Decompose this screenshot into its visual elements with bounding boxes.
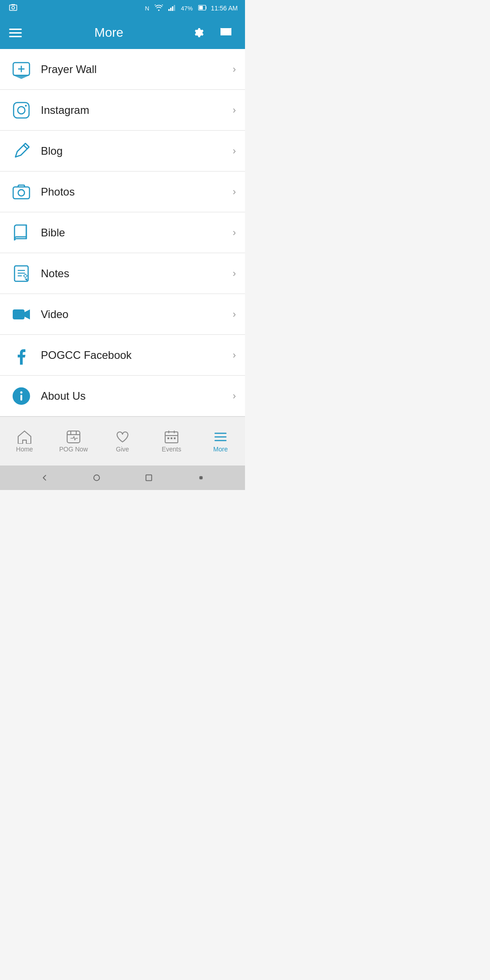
chevron-icon: › — [233, 186, 236, 198]
nav-home-label: Home — [16, 446, 33, 453]
svg-rect-0 — [10, 5, 17, 10]
nav-item-give[interactable]: Give — [98, 417, 147, 466]
svg-point-13 — [18, 107, 25, 114]
nav-give-label: Give — [116, 446, 129, 453]
svg-rect-6 — [174, 5, 175, 11]
menu-item-video[interactable]: Video › — [0, 294, 245, 335]
book-icon — [9, 220, 34, 245]
nfc-icon: N — [145, 5, 149, 12]
nav-events-label: Events — [162, 446, 181, 453]
nav-more-label: More — [213, 446, 228, 453]
battery-percent: 47% — [181, 5, 193, 12]
bottom-nav: Home POG Now Give Events — [0, 416, 245, 466]
chevron-icon: › — [233, 64, 236, 75]
photo-icon — [9, 4, 17, 13]
info-icon — [9, 384, 34, 408]
app-bar: More — [0, 16, 245, 49]
menu-item-facebook[interactable]: POGCC Facebook › — [0, 335, 245, 376]
svg-point-2 — [12, 6, 15, 9]
instagram-icon — [9, 98, 34, 122]
svg-rect-35 — [200, 476, 202, 479]
camera-icon — [9, 180, 34, 204]
svg-rect-3 — [168, 9, 170, 11]
settings-button[interactable] — [189, 26, 209, 39]
signal-icon — [168, 5, 176, 12]
menu-dot[interactable] — [197, 474, 205, 482]
svg-point-16 — [18, 190, 24, 196]
svg-point-23 — [20, 391, 23, 393]
chevron-icon: › — [233, 104, 236, 116]
chevron-icon: › — [233, 227, 236, 239]
video-icon — [9, 302, 34, 327]
home-button[interactable] — [93, 474, 101, 482]
photos-label: Photos — [41, 186, 233, 198]
facebook-icon — [9, 343, 34, 368]
svg-point-33 — [93, 475, 99, 481]
notes-icon — [9, 261, 34, 286]
menu-item-bible[interactable]: Bible › — [0, 212, 245, 253]
svg-rect-27 — [167, 437, 169, 439]
status-bar: N 47% 11:56 AM — [0, 0, 245, 16]
svg-rect-1 — [12, 4, 15, 5]
menu-item-prayer-wall[interactable]: Prayer Wall › — [0, 49, 245, 90]
facebook-label: POGCC Facebook — [41, 349, 233, 362]
svg-point-14 — [25, 105, 27, 107]
blog-label: Blog — [41, 145, 233, 157]
system-nav-bar — [0, 466, 245, 490]
hamburger-button[interactable] — [9, 29, 29, 37]
svg-rect-15 — [13, 187, 29, 199]
menu-item-about-us[interactable]: About Us › — [0, 376, 245, 416]
messages-button[interactable] — [216, 26, 236, 39]
chevron-icon: › — [233, 268, 236, 279]
instagram-label: Instagram — [41, 104, 233, 117]
nav-item-events[interactable]: Events — [147, 417, 196, 466]
chevron-icon: › — [233, 390, 236, 402]
about-us-label: About Us — [41, 390, 233, 402]
nav-item-home[interactable]: Home — [0, 417, 49, 466]
chevron-icon: › — [233, 349, 236, 361]
prayer-wall-icon — [9, 57, 34, 82]
bible-label: Bible — [41, 226, 233, 239]
svg-rect-5 — [172, 6, 173, 11]
status-time: 11:56 AM — [211, 5, 238, 12]
nav-pog-now-label: POG Now — [59, 446, 88, 453]
svg-rect-28 — [171, 437, 172, 439]
svg-rect-24 — [20, 395, 22, 401]
svg-rect-8 — [199, 6, 203, 10]
svg-rect-29 — [174, 437, 176, 439]
svg-rect-21 — [13, 309, 24, 319]
prayer-wall-label: Prayer Wall — [41, 63, 233, 76]
chevron-icon: › — [233, 145, 236, 157]
video-label: Video — [41, 308, 233, 321]
menu-item-instagram[interactable]: Instagram › — [0, 90, 245, 131]
menu-item-notes[interactable]: Notes › — [0, 253, 245, 294]
chevron-icon: › — [233, 309, 236, 320]
battery-icon — [198, 5, 207, 12]
menu-item-blog[interactable]: Blog › — [0, 131, 245, 172]
menu-item-photos[interactable]: Photos › — [0, 172, 245, 212]
svg-rect-34 — [146, 475, 152, 481]
notes-label: Notes — [41, 267, 233, 280]
menu-list: Prayer Wall › Instagram › Blog › — [0, 49, 245, 416]
page-title: More — [29, 25, 189, 40]
nav-item-more[interactable]: More — [196, 417, 245, 466]
recents-button[interactable] — [145, 474, 153, 482]
pencil-icon — [9, 139, 34, 163]
wifi-icon — [155, 5, 163, 12]
back-button[interactable] — [40, 474, 49, 482]
svg-rect-12 — [14, 103, 29, 118]
nav-item-pog-now[interactable]: POG Now — [49, 417, 98, 466]
svg-rect-4 — [170, 8, 172, 11]
